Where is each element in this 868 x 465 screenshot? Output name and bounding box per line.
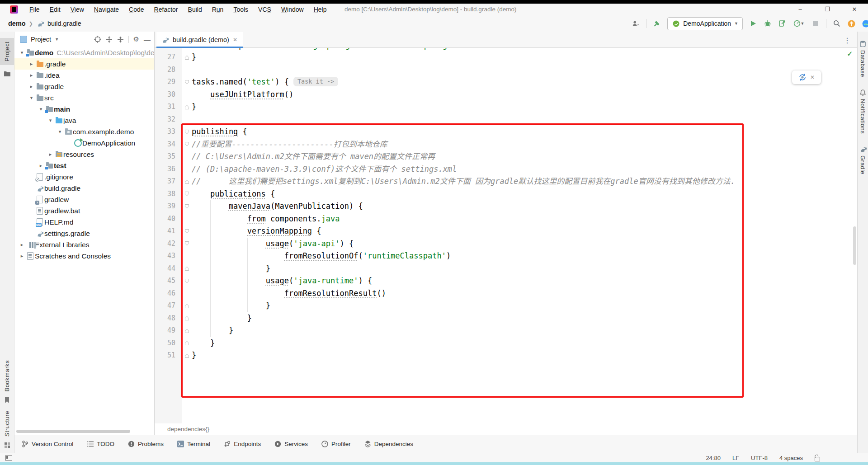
fold-marker-icon[interactable] [182, 225, 192, 238]
fold-marker-icon[interactable] [182, 138, 192, 151]
code-line-47[interactable]: } [192, 300, 857, 312]
fold-marker-icon[interactable] [182, 200, 192, 213]
settings-gear-icon[interactable]: ⚙ [133, 35, 139, 43]
tree-chevron-icon[interactable]: ▾ [47, 117, 54, 123]
code-line-35[interactable]: // C:\Users\Admin.m2文件下面需要有个 maven的配置文件正… [192, 150, 857, 163]
tool-window-switcher-icon[interactable] [5, 455, 12, 461]
stop-button[interactable] [811, 19, 820, 28]
menu-window[interactable]: Window [276, 4, 309, 15]
code-line-43[interactable]: fromResolutionOf('runtimeClasspath') [192, 250, 857, 263]
code-line-45[interactable]: usage('java-runtime') { [192, 275, 857, 287]
tree-chevron-icon[interactable]: ▾ [18, 50, 26, 56]
menu-view[interactable]: View [66, 4, 89, 15]
line-separator[interactable]: LF [732, 455, 739, 461]
inspection-ok-icon[interactable]: ✓ [847, 50, 853, 58]
tree-chevron-icon[interactable]: ▾ [56, 129, 64, 135]
fold-marker-icon[interactable] [182, 263, 192, 275]
tab-close-icon[interactable]: ✕ [233, 37, 237, 43]
code-line-51[interactable]: } [192, 349, 857, 362]
tree-item-scratches-and-consoles[interactable]: ▸Scratches and Consoles [14, 250, 154, 262]
code-line-28[interactable] [192, 64, 857, 76]
horizontal-scrollbar[interactable] [16, 430, 130, 433]
breadcrumb-project[interactable]: demo [8, 20, 26, 27]
database-icon[interactable] [859, 40, 867, 48]
hide-panel-icon[interactable]: — [144, 36, 151, 43]
gradle-reload-icon[interactable] [798, 73, 807, 81]
code-line-37[interactable]: // 这里我们需要把settings.xml复制到C:\Users\Admin.… [192, 175, 857, 188]
code-line-40[interactable]: from components.java [192, 213, 857, 225]
tree-chevron-icon[interactable]: ▸ [28, 72, 35, 78]
collapse-all-icon[interactable] [117, 36, 124, 43]
code-line-30[interactable]: useJUnitPlatform() [192, 89, 857, 101]
tree-item-build-gradle[interactable]: build.gradle [14, 183, 154, 194]
run-configuration-select[interactable]: DemoApplication ▼ [667, 17, 743, 30]
tree-item-demoapplication[interactable]: DemoApplication [14, 137, 154, 149]
code-line-42[interactable]: usage('java-api') { [192, 238, 857, 250]
profiler-button[interactable]: ▼ [793, 19, 805, 28]
tree-chevron-icon[interactable]: ▾ [28, 95, 35, 101]
menu-help[interactable]: Help [309, 4, 332, 15]
fold-marker-icon[interactable] [182, 101, 192, 113]
code-line-27[interactable]: } [192, 51, 857, 64]
tool-window-button-terminal[interactable]: Terminal [177, 441, 210, 447]
project-stripe-icon[interactable] [3, 70, 11, 78]
code-line-31[interactable]: } [192, 101, 857, 113]
stripe-tab-structure[interactable]: Structure [4, 404, 10, 441]
tree-item-idea[interactable]: ▸.idea [14, 70, 154, 81]
fold-marker-icon[interactable] [182, 238, 192, 250]
code-line-32[interactable] [192, 113, 857, 126]
stripe-tab-notifications[interactable]: Notifications [859, 97, 866, 138]
locate-file-icon[interactable] [94, 36, 101, 43]
editor-breadcrumbs[interactable]: dependencies{} [155, 423, 857, 435]
tool-window-button-version-control[interactable]: Version Control [22, 441, 73, 447]
code-line-33[interactable]: publishing { [192, 126, 857, 138]
build-hammer-icon[interactable] [653, 19, 661, 28]
code-line-29[interactable]: tasks.named('test') {Task it -> [192, 76, 857, 89]
menu-edit[interactable]: Edit [45, 4, 66, 15]
run-with-coverage-button[interactable] [778, 19, 786, 28]
minimize-button[interactable]: – [787, 4, 814, 15]
editor-code[interactable]: testImplementation 'org.springframework.… [192, 48, 857, 423]
tree-item-main[interactable]: ▾main [14, 103, 154, 115]
tab-options-icon[interactable]: ⋮ [844, 36, 857, 47]
code-line-39[interactable]: mavenJava(MavenPublication) { [192, 200, 857, 213]
fold-marker-icon[interactable] [182, 337, 192, 350]
menu-code[interactable]: Code [124, 4, 149, 15]
menu-refactor[interactable]: Refactor [149, 4, 183, 15]
load-gradle-changes-popup[interactable]: ✕ [792, 70, 821, 84]
fold-marker-icon[interactable] [182, 349, 192, 362]
fold-marker-icon[interactable] [182, 126, 192, 138]
project-view-title[interactable]: Project [31, 36, 51, 43]
code-line-50[interactable]: } [192, 337, 857, 350]
tool-window-button-problems[interactable]: Problems [128, 441, 164, 447]
file-encoding[interactable]: UTF-8 [751, 455, 768, 461]
expand-all-icon[interactable] [106, 36, 113, 43]
code-with-me-icon[interactable] [632, 19, 640, 28]
fold-marker-icon[interactable] [182, 324, 192, 337]
tree-item-demo[interactable]: ▾demoC:\Users\Admin\Desktop\log\demo [14, 47, 154, 58]
menu-tools[interactable]: Tools [228, 4, 253, 15]
tool-window-button-endpoints[interactable]: Endpoints [224, 441, 261, 447]
tree-chevron-icon[interactable]: ▸ [28, 61, 35, 67]
tree-chevron-icon[interactable]: ▸ [18, 253, 26, 259]
tree-item-test[interactable]: ▸test [14, 160, 154, 171]
tree-item-com-example-demo[interactable]: ▾com.example.demo [14, 126, 154, 137]
tree-item-gradle[interactable]: ▸gradle [14, 81, 154, 92]
maximize-button[interactable]: ❐ [814, 4, 841, 15]
breadcrumb-file[interactable]: build.gradle [47, 20, 81, 27]
tree-item-settings-gradle[interactable]: settings.gradle [14, 228, 154, 239]
code-line-38[interactable]: publications { [192, 188, 857, 201]
readonly-lock-icon[interactable] [815, 457, 820, 461]
tree-item-src[interactable]: ▾src [14, 92, 154, 103]
tree-chevron-icon[interactable]: ▾ [37, 106, 45, 112]
tree-chevron-icon[interactable]: ▸ [18, 242, 26, 248]
menu-build[interactable]: Build [183, 4, 207, 15]
menu-navigate[interactable]: Navigate [89, 4, 124, 15]
menu-file[interactable]: File [24, 4, 45, 15]
tree-chevron-icon[interactable]: ▸ [28, 84, 35, 89]
fold-marker-icon[interactable] [182, 51, 192, 64]
code-line-46[interactable]: fromResolutionResult() [192, 287, 857, 300]
menu-vcs[interactable]: VCS [253, 4, 276, 15]
editor-tab-build-gradle[interactable]: build.gradle (demo) ✕ [156, 32, 243, 47]
notifications-bell-icon[interactable] [859, 89, 867, 97]
